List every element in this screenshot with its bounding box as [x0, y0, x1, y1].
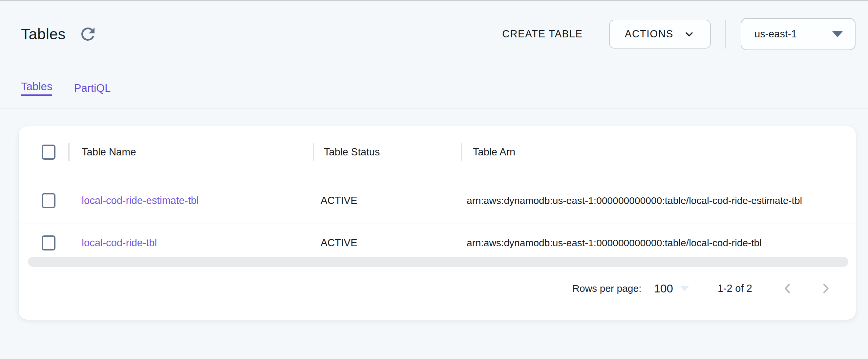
horizontal-scrollbar[interactable]: [28, 257, 848, 267]
tab-bar: Tables PartiQL: [0, 68, 868, 109]
actions-button-label: ACTIONS: [625, 28, 673, 40]
header-actions-group: CREATE TABLE ACTIONS us-east-1: [496, 18, 856, 50]
caret-down-icon: [832, 31, 843, 37]
caret-down-icon: [680, 286, 689, 291]
page-header: Tables CREATE TABLE ACTIONS: [0, 1, 868, 67]
table-arn-value: arn:aws:dynamodb:us-east-1:000000000000:…: [467, 195, 802, 206]
refresh-button[interactable]: [78, 24, 98, 44]
column-header-table-arn: Table Arn: [473, 146, 515, 158]
next-page-button[interactable]: [818, 281, 833, 296]
table-header-row: Table Name Table Status Table Arn: [19, 126, 856, 178]
chevron-right-icon: [818, 281, 833, 296]
table-status-value: ACTIVE: [321, 237, 358, 249]
region-select-value: us-east-1: [754, 28, 797, 40]
table-name-link[interactable]: local-cod-ride-estimate-tbl: [82, 195, 199, 206]
pagination-range-label: 1-2 of 2: [718, 283, 752, 294]
rows-per-page-value: 100: [654, 282, 673, 295]
dynamodb-admin-page: Tables CREATE TABLE ACTIONS: [0, 0, 868, 359]
table-status-value: ACTIVE: [321, 195, 358, 206]
rows-per-page-label: Rows per page:: [572, 283, 641, 294]
header-title-group: Tables: [21, 24, 98, 44]
actions-dropdown-button[interactable]: ACTIONS: [609, 20, 711, 48]
refresh-icon: [78, 24, 98, 44]
column-header-table-status: Table Status: [324, 146, 380, 158]
tab-tables[interactable]: Tables: [21, 80, 52, 96]
pagination-bar: Rows per page: 100 1-2 of 2: [572, 278, 833, 299]
previous-page-button[interactable]: [780, 281, 795, 296]
tab-partiql[interactable]: PartiQL: [74, 82, 111, 94]
table-arn-value: arn:aws:dynamodb:us-east-1:000000000000:…: [467, 237, 762, 249]
chevron-left-icon: [780, 281, 795, 296]
table-name-link[interactable]: local-cod-ride-tbl: [82, 237, 157, 249]
row-checkbox[interactable]: [42, 193, 56, 208]
rows-per-page-select[interactable]: 100: [654, 282, 688, 295]
column-header-table-name: Table Name: [82, 146, 136, 158]
create-table-button[interactable]: CREATE TABLE: [496, 24, 588, 44]
header-divider: [725, 20, 726, 48]
table-row: local-cod-ride-estimate-tbl ACTIVE arn:a…: [19, 178, 856, 224]
row-checkbox[interactable]: [42, 235, 56, 251]
column-separator: [461, 143, 462, 161]
select-all-checkbox[interactable]: [42, 144, 56, 160]
region-select[interactable]: us-east-1: [741, 18, 856, 50]
tables-card: Table Name Table Status Table Arn local-…: [19, 126, 856, 320]
page-title: Tables: [21, 25, 66, 43]
chevron-down-icon: [683, 28, 695, 40]
column-separator: [68, 143, 69, 161]
column-separator: [313, 143, 314, 161]
